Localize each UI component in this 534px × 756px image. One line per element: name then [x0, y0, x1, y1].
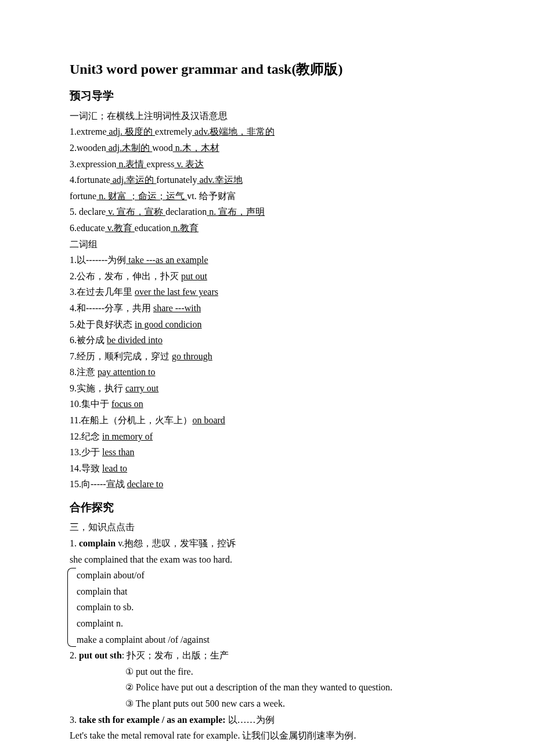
left-brace-icon — [67, 568, 76, 647]
knowledge-3-header: 3. take sth for example / as an example:… — [70, 712, 464, 728]
knowledge-1-example: she complained that the exam was too har… — [70, 552, 464, 567]
page-title: Unit3 word power grammar and task(教师版) — [70, 58, 464, 80]
section-heading-preview: 预习导学 — [70, 87, 464, 105]
brace-line: make a complaint about /of /against — [77, 632, 464, 647]
phrase-item: 5.处于良好状态 in good condicion — [70, 317, 464, 332]
knowledge-1-header: 1. complain v.抱怨，悲叹，发牢骚，控诉 — [70, 536, 464, 551]
phrase-item: 7.经历，顺利完成，穿过 go through — [70, 349, 464, 364]
knowledge-3-ex: Let's take the metal removal rate for ex… — [70, 728, 464, 743]
vocab-item: 5. declare v. 宣布，宣称 declaration n. 宣布，声明 — [70, 204, 464, 219]
knowledge-2-ex2: ② Police have put out a description of t… — [70, 680, 464, 695]
vocab-item: 6.educate v.教育 education n.教育 — [70, 221, 464, 236]
vocab-item-sub: fortune n. 财富 ；命运；运气 vt. 给予财富 — [70, 189, 464, 204]
phrase-item: 3.在过去几年里 over the last few years — [70, 285, 464, 300]
phrase-item: 15.向-----宣战 declare to — [70, 477, 464, 492]
vocab-intro: 一词汇；在横线上注明词性及汉语意思 — [70, 109, 464, 124]
phrase-item: 14.导致 lead to — [70, 461, 464, 476]
section-heading-coop: 合作探究 — [70, 499, 464, 516]
phrase-item: 11.在船上（分机上，火车上）on board — [70, 413, 464, 428]
phrase-item: 4.和------分享，共用 share ---with — [70, 301, 464, 316]
knowledge-2-header: 2. put out sth: 扑灭；发布，出版；生产 — [70, 648, 464, 663]
vocab-item: 3.expression n.表情 express v. 表达 — [70, 157, 464, 172]
phrase-item: 1.以-------为例 take ---as an example — [70, 253, 464, 268]
vocab-item: 2.wooden adj.木制的 wood n.木，木材 — [70, 141, 464, 156]
brace-line: complain that — [77, 584, 464, 599]
brace-line: complain to sb. — [77, 600, 464, 615]
knowledge-intro: 三，知识点点击 — [70, 520, 464, 535]
knowledge-2-ex1: ① put out the fire. — [70, 664, 464, 679]
vocab-item: 1.extreme adj. 极度的 extremely adv.极端地，非常的 — [70, 124, 464, 139]
phrase-item: 10.集中于 focus on — [70, 397, 464, 412]
brace-line: complain about/of — [77, 568, 464, 583]
brace-line: complaint n. — [77, 616, 464, 631]
phrase-item: 9.实施，执行 carry out — [70, 381, 464, 396]
phrase-item: 13.少于 less than — [70, 445, 464, 460]
knowledge-2-ex3: ③ The plant puts out 500 new cars a week… — [70, 696, 464, 711]
phrase-item: 12.纪念 in memory of — [70, 429, 464, 444]
vocab-item: 4.fortunate adj.幸运的 fortunately adv.幸运地 — [70, 172, 464, 188]
phrase-item: 8.注意 pay attention to — [70, 365, 464, 380]
phrase-intro: 二词组 — [70, 237, 464, 252]
phrase-item: 6.被分成 be divided into — [70, 333, 464, 348]
brace-group: complain about/of complain that complain… — [70, 568, 464, 647]
phrase-item: 2.公布，发布，伸出，扑灭 put out — [70, 269, 464, 284]
